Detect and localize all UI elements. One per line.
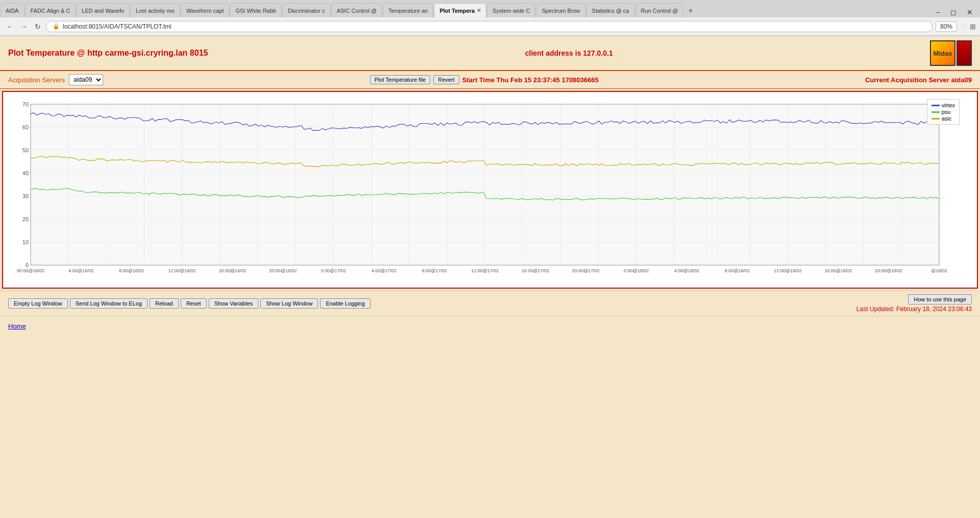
current-server: Current Acquisition Server aida09 — [865, 76, 972, 84]
chart-legend: virtex psu asic — [927, 99, 960, 125]
page-header: Plot Temperature @ http carme-gsi.cryrin… — [0, 36, 980, 71]
tab-statistics[interactable]: Statistics @ ca — [586, 3, 635, 17]
logo-area: Midas — [930, 40, 972, 66]
page-title: Plot Temperature @ http carme-gsi.cryrin… — [8, 49, 208, 58]
tab-spectrum[interactable]: Spectrum Brow — [536, 3, 585, 17]
tab-wave[interactable]: Waveform capt — [181, 3, 230, 17]
home-link[interactable]: Home — [0, 318, 980, 334]
new-tab-button[interactable]: + — [684, 4, 697, 17]
tab-fadc[interactable]: FADC Align & C — [25, 3, 76, 17]
window-controls: − ◻ ✕ — [933, 7, 980, 17]
tab-run[interactable]: Run Control @ — [635, 3, 684, 17]
zoom-level: 80% — [936, 21, 957, 32]
temperature-chart — [5, 94, 970, 286]
empty-log-button[interactable]: Empty Log Window — [8, 298, 68, 309]
psu-color — [932, 111, 940, 113]
tab-temp[interactable]: Temperature an — [383, 3, 433, 17]
controls-bar: Acquisition Servers aida09 Plot Temperat… — [0, 71, 980, 89]
chart-container: virtex psu asic — [2, 91, 978, 289]
controls-center: Plot Temperature file Revert Start Time … — [370, 75, 599, 84]
toolbar-buttons: Empty Log Window Send Log Window to ELog… — [8, 298, 371, 309]
tab-lost[interactable]: Lost activity mo — [130, 3, 180, 17]
enable-logging-button[interactable]: Enable Logging — [320, 298, 370, 309]
start-time: Start Time Thu Feb 15 23:37:45 170803666… — [462, 76, 599, 84]
maximize-button[interactable]: ◻ — [947, 7, 960, 17]
chart-inner: virtex psu asic — [5, 94, 975, 286]
tab-close-icon[interactable]: ✕ — [477, 8, 481, 13]
security-icon: 🔒 — [53, 23, 60, 30]
back-button[interactable]: ← — [4, 21, 15, 32]
bookmark-icon[interactable]: ☆ — [960, 22, 967, 31]
browser-chrome: AIDA FADC Align & C LED and Wavefo Lost … — [0, 0, 980, 36]
show-variables-button[interactable]: Show Variables — [209, 298, 259, 309]
tab-gsi[interactable]: GSI White Rabb — [230, 3, 281, 17]
plot-file-button[interactable]: Plot Temperature file — [370, 75, 431, 84]
revert-button[interactable]: Revert — [433, 75, 459, 84]
asic-label: asic — [942, 115, 952, 122]
last-updated: Last Updated: February 18, 2024 23:06:43 — [856, 305, 972, 313]
address-text: localhost:8015/AIDA/TSCAN/TPLOT.tml — [63, 23, 172, 30]
forward-button[interactable]: → — [18, 21, 30, 32]
reload-page-button[interactable]: Reload — [150, 298, 179, 309]
controls-left: Acquisition Servers aida09 — [8, 74, 103, 85]
midas-logo2 — [957, 40, 972, 66]
legend-asic: asic — [932, 115, 955, 122]
midas-logo: Midas — [930, 40, 955, 66]
nav-bar: ← → ↻ 🔒 localhost:8015/AIDA/TSCAN/TPLOT.… — [0, 17, 980, 36]
legend-psu: psu — [932, 109, 955, 115]
footer-area: Home — [0, 316, 980, 336]
reload-button[interactable]: ↻ — [33, 21, 43, 32]
send-log-button[interactable]: Send Log Window to ELog — [70, 298, 148, 309]
psu-label: psu — [942, 109, 951, 115]
show-log-button[interactable]: Show Log Window — [260, 298, 318, 309]
tab-asic[interactable]: ASIC Control @ — [331, 3, 382, 17]
minimize-button[interactable]: − — [933, 7, 943, 17]
acq-server-label: Acquisition Servers — [8, 76, 65, 84]
client-address: client address is 127.0.0.1 — [525, 49, 613, 57]
reset-button[interactable]: Reset — [181, 298, 207, 309]
legend-virtex: virtex — [932, 102, 955, 108]
acq-server-select[interactable]: aida09 — [69, 74, 103, 85]
tab-disc[interactable]: Discriminator c — [282, 3, 331, 17]
asic-color — [932, 118, 940, 120]
virtex-color — [932, 105, 940, 106]
close-button[interactable]: ✕ — [964, 7, 976, 17]
tab-led[interactable]: LED and Wavefo — [76, 3, 130, 17]
tab-system[interactable]: System wide C — [487, 3, 535, 17]
extensions-icon[interactable]: ⊞ — [970, 22, 976, 31]
tab-bar: AIDA FADC Align & C LED and Wavefo Lost … — [0, 0, 980, 17]
tab-plot-temp[interactable]: Plot Tempera ✕ — [434, 3, 486, 17]
tab-aida[interactable]: AIDA — [0, 3, 24, 17]
virtex-label: virtex — [942, 102, 955, 108]
how-to-button[interactable]: How to use this page — [908, 294, 972, 304]
bottom-toolbar: Empty Log Window Send Log Window to ELog… — [0, 291, 980, 316]
address-bar[interactable]: 🔒 localhost:8015/AIDA/TSCAN/TPLOT.tml — [46, 21, 933, 32]
